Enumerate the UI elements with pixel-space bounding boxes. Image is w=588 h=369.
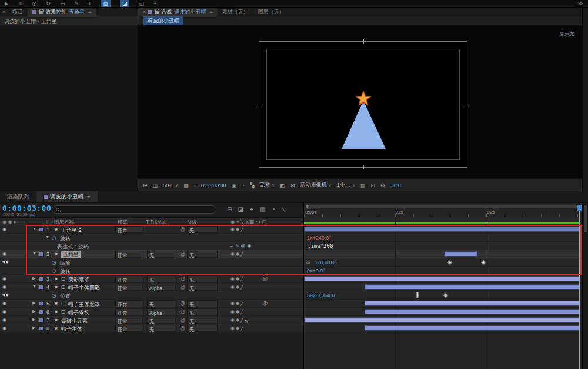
parent-select[interactable]: 无∨: [187, 300, 218, 307]
ruler-icon[interactable]: ◫: [153, 182, 158, 188]
layer-visibility-toggle[interactable]: ◉: [2, 251, 6, 257]
property-row[interactable]: ▼◷旋转: [0, 234, 303, 242]
parent-select[interactable]: 无∨: [187, 308, 218, 315]
draft-3d-icon[interactable]: ◪: [238, 206, 243, 213]
selection-tool-icon[interactable]: ▶: [5, 0, 9, 8]
layer-duration-bar[interactable]: [365, 284, 579, 290]
stopwatch-icon[interactable]: ◷: [52, 260, 56, 265]
channels-icon[interactable]: ⊡: [370, 182, 375, 188]
tab-close-icon[interactable]: ×: [143, 9, 146, 15]
tab-footage[interactable]: 素材（无）: [218, 8, 253, 16]
layer-color-label[interactable]: [39, 227, 44, 232]
parent-pickwhip-icon[interactable]: @: [180, 276, 185, 282]
frame-blend-icon[interactable]: ▤: [260, 206, 265, 213]
timeline-track-row[interactable]: time*200: [304, 242, 582, 250]
layer-search-input[interactable]: [52, 205, 216, 214]
parent-pickwhip-icon[interactable]: @: [180, 284, 185, 290]
property-row[interactable]: ◀◆◷缩放: [0, 258, 303, 267]
panel-menu-icon[interactable]: ≡: [87, 194, 91, 200]
panel-menu-icon[interactable]: ≡: [209, 9, 212, 15]
layer-expand-toggle[interactable]: ▶: [32, 309, 35, 314]
trkmat-select[interactable]: 无∨: [147, 317, 175, 324]
layer-expand-toggle[interactable]: ▶: [32, 301, 35, 305]
layer-switches[interactable]: ◉◆╱: [230, 284, 245, 290]
playhead-line[interactable]: [579, 211, 580, 369]
mode-select[interactable]: 正常∨: [115, 284, 142, 291]
time-navigator-bar[interactable]: [306, 205, 580, 208]
trkmat-select[interactable]: 无∨: [147, 300, 175, 307]
parent-select[interactable]: 无∨: [187, 317, 218, 324]
expression-row[interactable]: 表达式：旋转=∿@◉: [0, 242, 303, 250]
layer-name[interactable]: 帽子主体: [61, 325, 82, 333]
property-value[interactable]: 1x+240.0°: [307, 235, 331, 241]
expression-controls[interactable]: =∿@◉: [230, 243, 253, 248]
mode-select[interactable]: 正常∨: [115, 308, 142, 315]
layer-visibility-toggle[interactable]: ◉: [2, 284, 6, 290]
tab-composition[interactable]: × 合成 调皮的小丑帽 ≡: [138, 8, 218, 16]
layer-switches[interactable]: ◉◆╱: [230, 276, 245, 281]
stamp-tool-icon[interactable]: ◪: [120, 0, 130, 8]
layer-switches[interactable]: ◉◆╱: [230, 309, 245, 314]
stopwatch-icon[interactable]: ◷: [52, 292, 56, 298]
fast-preview-icon[interactable]: ◩: [280, 182, 285, 188]
layer-visibility-toggle[interactable]: ◉: [2, 325, 6, 331]
tab-timeline-comp[interactable]: 调皮的小丑帽 ≡: [36, 191, 98, 202]
layer-color-label[interactable]: [39, 252, 44, 257]
timeline-track-row[interactable]: [304, 300, 582, 308]
magnification-select[interactable]: 50%∨: [163, 182, 178, 188]
timeline-track-row[interactable]: [304, 308, 582, 316]
parent-pickwhip-icon[interactable]: @: [180, 325, 185, 331]
layer-expand-toggle[interactable]: ▼: [32, 251, 36, 255]
tab-render-queue[interactable]: 渲染队列: [0, 191, 36, 202]
effects-fx-icon[interactable]: fx: [245, 318, 248, 324]
stopwatch-icon[interactable]: ◷: [52, 268, 56, 274]
property-expand-toggle[interactable]: ▼: [45, 235, 49, 239]
region-of-interest-icon[interactable]: ▫: [194, 182, 196, 188]
parent-pickwhip-icon[interactable]: @: [180, 317, 185, 323]
property-row[interactable]: ◀◆◷位置: [0, 291, 303, 300]
timeline-track-row[interactable]: [304, 275, 582, 283]
layer-switches[interactable]: ◉◆╱: [230, 301, 245, 306]
layer-row[interactable]: ◉▼4★▢帽子主体阴影正常∨Alpha∨@无∨◉◆╱: [0, 283, 303, 291]
current-time-display[interactable]: 0:00:03:00: [2, 204, 51, 212]
trkmat-select[interactable]: 无∨: [147, 325, 175, 332]
hand-tool-icon[interactable]: ⊕: [18, 0, 23, 8]
transparency-grid-icon[interactable]: ▚: [250, 182, 254, 188]
shy-layers-icon[interactable]: ✦: [249, 206, 254, 213]
layer-extra-icon[interactable]: @: [262, 276, 268, 282]
timeline-track-row[interactable]: 592.0,354.0: [304, 291, 582, 300]
mode-select[interactable]: 正常∨: [115, 325, 142, 332]
layer-duration-bar[interactable]: [444, 251, 477, 257]
layer-row[interactable]: ◉▶5★▢帽子主体遮罩正常∨无∨@无∨◉◆╱@: [0, 300, 303, 308]
timeline-track-row[interactable]: [304, 250, 582, 258]
exposure-icon[interactable]: ⚙: [380, 182, 385, 188]
comp-right-scrollbar[interactable]: [582, 8, 588, 191]
mode-select[interactable]: 正常∨: [115, 251, 142, 258]
layer-switches[interactable]: ◉◆╱: [230, 227, 245, 232]
tab-effect-controls[interactable]: 效果控件 五角星 ≡: [28, 8, 96, 16]
timeline-track-row[interactable]: [304, 316, 582, 324]
tab-project[interactable]: 项目: [8, 8, 28, 16]
layer-color-label[interactable]: [39, 318, 44, 323]
comp-navigator-chip[interactable]: 调皮的小丑帽: [143, 16, 183, 25]
timeline-track-row[interactable]: 0x+0.0°: [304, 267, 582, 275]
parent-select[interactable]: 无∨: [187, 325, 218, 332]
timeline-track-row[interactable]: ∞8.0,8.0%: [304, 258, 582, 267]
layer-row[interactable]: ◉▼2★五角星正常∨无∨@无∨◉◆╱: [0, 250, 303, 258]
keyframe[interactable]: [443, 293, 448, 298]
comp-viewer[interactable]: 显示加: [138, 26, 582, 178]
keyframe-navigator[interactable]: ◀◆: [2, 292, 9, 297]
mode-select[interactable]: 正常∨: [115, 275, 142, 282]
keyframe[interactable]: [447, 260, 452, 265]
layer-switches[interactable]: ◉◆╱: [230, 251, 245, 257]
parent-select[interactable]: 无∨: [187, 275, 218, 282]
expression-field-text[interactable]: time*200: [308, 243, 333, 249]
brush-tool-icon[interactable]: ▨: [101, 0, 111, 8]
timeline-track-row[interactable]: [304, 324, 582, 333]
layer-color-label[interactable]: [39, 326, 44, 331]
layer-row[interactable]: ◉▶3★▢阴影遮罩正常∨无∨@无∨◉◆╱@: [0, 275, 303, 283]
layer-duration-bar[interactable]: [365, 325, 579, 331]
layer-row[interactable]: ◉▶7★爆破小元素正常∨无∨@无∨◉◆╱fx: [0, 316, 303, 324]
layer-row[interactable]: ◉▼1★五角星 2正常∨@无∨◉◆╱: [0, 225, 303, 234]
grid-guides-icon[interactable]: ▦: [183, 182, 189, 188]
